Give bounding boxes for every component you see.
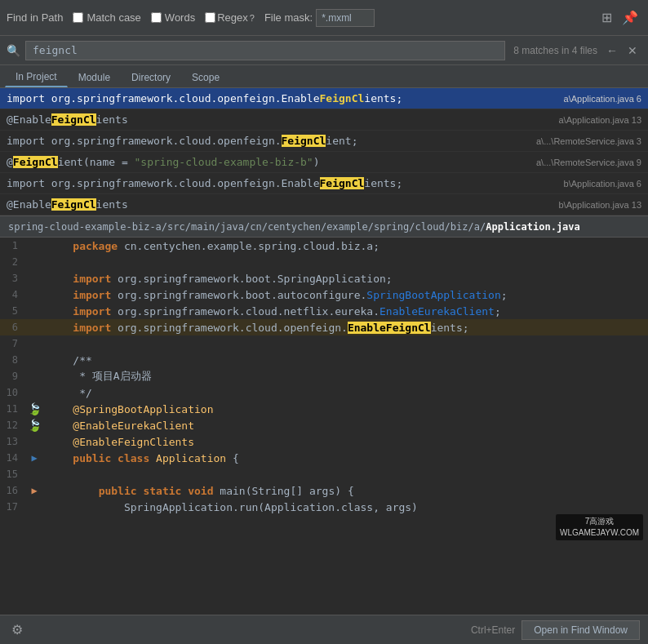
search-nav-buttons: ← ✕ [602, 42, 641, 59]
code-line: 1 package cn.centychen.example.spring.cl… [0, 238, 648, 254]
result-row[interactable]: @FeignClient(name = "spring-cloud-exampl… [0, 152, 648, 173]
regex-label: Regex [217, 11, 248, 24]
result-text: import org.springframework.cloud.openfei… [7, 177, 557, 189]
result-file: a\Application.java 6 [564, 94, 641, 104]
result-file: a\...\RemoteService.java 3 [536, 136, 641, 146]
result-row[interactable]: @EnableFeignClients a\Application.java 1… [0, 109, 648, 131]
matches-text: 8 matches in 4 files [513, 45, 597, 56]
result-text: @EnableFeignClients [7, 113, 552, 126]
code-line: 11 🍃 @SpringBootApplication [0, 401, 648, 417]
code-line: 14 ▶ public class Application { [0, 450, 648, 466]
close-search-button[interactable]: ✕ [624, 42, 641, 59]
tab-module[interactable]: Module [68, 68, 121, 87]
file-mask-label: File mask: [264, 11, 313, 24]
match-case-label: Match case [87, 11, 140, 24]
result-text: import org.springframework.cloud.openfei… [7, 92, 557, 104]
code-line: 2 [0, 254, 648, 270]
result-file: a\Application.java 13 [558, 115, 641, 125]
toolbar-title: Find in Path [7, 11, 63, 24]
search-icon: 🔍 [7, 44, 20, 57]
results-list: import org.springframework.cloud.openfei… [0, 88, 648, 216]
toolbar-icons: ⊞ 📌 [598, 10, 641, 26]
code-line: 9 * 项目A启动器 [0, 368, 648, 384]
result-row[interactable]: @EnableFeignClients b\Application.java 1… [0, 194, 648, 215]
file-mask-input[interactable] [316, 9, 375, 27]
code-editor[interactable]: 1 package cn.centychen.example.spring.cl… [0, 238, 648, 580]
tab-directory[interactable]: Directory [121, 68, 181, 87]
words-checkbox[interactable] [151, 12, 162, 23]
code-line: 7 [0, 335, 648, 352]
code-line: 8 /** [0, 352, 648, 368]
search-bar: 🔍 8 matches in 4 files ← ✕ [0, 36, 648, 65]
tabs-bar: In Project Module Directory Scope [0, 65, 648, 88]
regex-suffix: ? [250, 13, 255, 23]
code-line: 13 @EnableFeignClients [0, 433, 648, 450]
code-line: 10 */ [0, 384, 648, 401]
result-file: b\Application.java 13 [558, 200, 641, 210]
result-row[interactable]: import org.springframework.cloud.openfei… [0, 131, 648, 152]
code-line: 16 ▶ public static void main(String[] ar… [0, 482, 648, 499]
words-label: Words [165, 11, 195, 24]
words-checkbox-group[interactable]: Words [151, 11, 195, 24]
result-file: a\...\RemoteService.java 9 [536, 158, 641, 167]
match-case-checkbox[interactable] [73, 12, 83, 23]
result-row[interactable]: import org.springframework.cloud.openfei… [0, 173, 648, 194]
file-mask-group: File mask: [264, 9, 375, 27]
code-line: 5 import org.springframework.cloud.netfl… [0, 303, 648, 319]
status-bar: ⚙ Ctrl+Enter Open in Find Window [0, 615, 648, 644]
search-input[interactable] [25, 41, 505, 60]
regex-checkbox[interactable] [205, 12, 215, 23]
result-text: @FeignClient(name = "spring-cloud-exampl… [7, 156, 530, 168]
open-in-find-window-button[interactable]: Open in Find Window [522, 620, 640, 640]
code-line: 4 import org.springframework.boot.autoco… [0, 286, 648, 303]
gear-icon-button[interactable]: ⚙ [8, 620, 26, 639]
file-path-bar: spring-cloud-example-biz-a/src/main/java… [0, 216, 648, 238]
file-filename: Application.java [486, 221, 580, 233]
results-container: import org.springframework.cloud.openfei… [0, 88, 648, 216]
status-left: ⚙ [8, 620, 26, 639]
file-path: spring-cloud-example-biz-a/src/main/java… [8, 221, 486, 233]
pin-icon-button[interactable]: 📌 [619, 10, 641, 26]
result-row[interactable]: import org.springframework.cloud.openfei… [0, 88, 648, 109]
status-right: Ctrl+Enter Open in Find Window [471, 620, 640, 640]
result-text: import org.springframework.cloud.openfei… [7, 135, 530, 147]
watermark: 7高游戏 WLGAMEJAYW.COM [556, 514, 643, 540]
code-line: 15 [0, 466, 648, 482]
match-case-checkbox-group[interactable]: Match case [73, 11, 140, 24]
result-file: b\Application.java 6 [564, 179, 641, 189]
code-line: 17 SpringApplication.run(Application.cla… [0, 499, 648, 515]
filter-icon-button[interactable]: ⊞ [598, 10, 615, 26]
tab-scope[interactable]: Scope [181, 68, 230, 87]
prev-match-button[interactable]: ← [602, 42, 622, 59]
regex-checkbox-group[interactable]: Regex ? [205, 11, 255, 24]
tab-in-project[interactable]: In Project [5, 67, 68, 87]
keyboard-hint: Ctrl+Enter [471, 624, 515, 636]
code-line: 12 🍃 @EnableEurekaClient [0, 417, 648, 433]
code-line: 3 import org.springframework.boot.Spring… [0, 270, 648, 286]
code-line-highlighted: 6 import org.springframework.cloud.openf… [0, 319, 648, 335]
toolbar: Find in Path Match case Words Regex ? Fi… [0, 0, 648, 36]
result-text: @EnableFeignClients [7, 198, 552, 211]
